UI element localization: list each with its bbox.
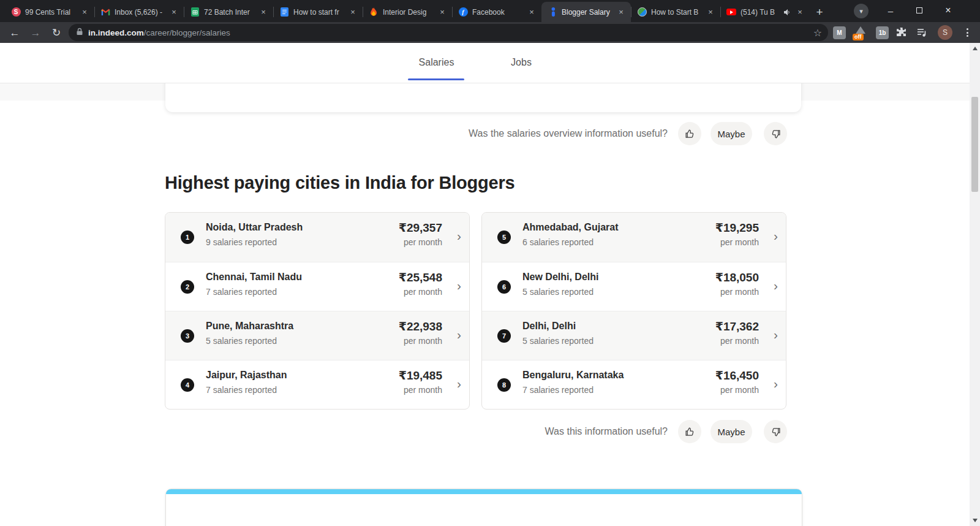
maximize-icon	[916, 7, 922, 13]
rank-badge: 2	[181, 280, 194, 294]
tab-title: Blogger Salary	[562, 8, 612, 17]
forward-button[interactable]: →	[27, 25, 44, 41]
salary-amount: ₹18,050	[715, 270, 759, 284]
reload-button[interactable]: ↻	[48, 25, 65, 41]
tab-close-icon[interactable]: ×	[80, 7, 89, 17]
tab-close-icon[interactable]: ×	[616, 7, 626, 17]
page-scrollbar[interactable]	[970, 43, 980, 526]
browser-tab[interactable]: 72 Batch Inter ×	[184, 2, 273, 22]
maybe-button[interactable]: Maybe	[710, 122, 752, 145]
tab-close-icon[interactable]: ×	[348, 7, 358, 17]
city-row[interactable]: 2 Chennai, Tamil Nadu 7 salaries reporte…	[165, 262, 469, 311]
city-row[interactable]: 4 Jaipur, Rajasthan 7 salaries reported …	[165, 360, 469, 409]
city-name: Chennai, Tamil Nadu	[206, 272, 302, 283]
tab-title: Inbox (5,626) -	[115, 8, 165, 17]
browser-tab[interactable]: (514) Tu B ×	[720, 2, 810, 22]
off-badge: off	[853, 34, 864, 40]
bookmark-star-icon[interactable]: ☆	[813, 27, 822, 39]
extension-1b-icon[interactable]: 1b	[876, 26, 889, 39]
browser-toolbar: ← → ↻ in.indeed.com/career/blogger/salar…	[0, 22, 980, 43]
salary-amount: ₹25,548	[399, 270, 442, 284]
tab-close-icon[interactable]: ×	[527, 7, 537, 17]
info-feedback-row: Was this information useful? Maybe	[545, 420, 787, 443]
tab-close-icon[interactable]: ×	[437, 7, 447, 17]
city-row[interactable]: 5 Ahmedabad, Gujarat 6 salaries reported…	[482, 213, 786, 262]
extension-mailtrack-icon[interactable]: M	[833, 26, 846, 39]
salary-period: per month	[720, 287, 759, 297]
salaries-reported: 7 salaries reported	[522, 385, 594, 395]
browser-chrome: S 99 Cents Trial × Inbox (5,626) - × 72 …	[0, 0, 980, 43]
next-section-card	[165, 489, 802, 526]
salary-period: per month	[720, 336, 759, 346]
playlist-extension-icon[interactable]	[917, 28, 927, 40]
city-name: Jaipur, Rajasthan	[206, 370, 287, 381]
city-row[interactable]: 8 Bengaluru, Karnataka 7 salaries report…	[482, 360, 786, 409]
browser-menu-icon[interactable]	[963, 27, 971, 38]
page-title: Highest paying cities in India for Blogg…	[165, 173, 515, 193]
highest-paying-cities-right: 5 Ahmedabad, Gujarat 6 salaries reported…	[481, 212, 786, 410]
browser-tab[interactable]: Interior Desig ×	[363, 2, 452, 22]
thumbs-down-button[interactable]	[764, 122, 787, 145]
scrollbar-thumb[interactable]	[971, 97, 978, 192]
browser-tab[interactable]: f Facebook ×	[452, 2, 541, 22]
extensions-puzzle-icon[interactable]	[896, 27, 907, 40]
thumbs-down-button[interactable]	[764, 420, 787, 443]
city-row[interactable]: 7 Delhi, Delhi 5 salaries reported ₹17,3…	[482, 311, 786, 360]
city-name: Pune, Maharashtra	[206, 321, 293, 332]
rank-badge: 5	[497, 231, 511, 244]
globe-icon	[637, 7, 647, 17]
tab-salaries[interactable]: Salaries	[401, 57, 472, 68]
window-minimize-button[interactable]: –	[877, 0, 904, 21]
thumbs-up-button[interactable]	[678, 122, 701, 145]
tab-close-icon[interactable]: ×	[258, 7, 268, 17]
tab-jobs[interactable]: Jobs	[499, 57, 543, 68]
salaries-jobs-tabbar: Salaries Jobs	[0, 43, 970, 83]
browser-tab[interactable]: S 99 Cents Trial ×	[5, 2, 94, 22]
sheets-icon	[190, 7, 200, 17]
browser-tab[interactable]: How to Start B ×	[631, 2, 720, 22]
browser-tab[interactable]: How to start fr ×	[273, 2, 363, 22]
city-name: Noida, Uttar Pradesh	[206, 222, 303, 233]
flame-icon	[369, 7, 379, 17]
tab-close-icon[interactable]: ×	[169, 7, 179, 17]
tab-audio-muted-icon[interactable]	[783, 9, 791, 16]
browser-tab[interactable]: Blogger Salary ×	[541, 2, 631, 22]
city-row[interactable]: 6 New Delhi, Delhi 5 salaries reported ₹…	[482, 262, 786, 311]
tab-close-icon[interactable]: ×	[795, 7, 805, 17]
rank-badge: 7	[497, 329, 511, 343]
salaries-reported: 6 salaries reported	[522, 237, 594, 247]
thumbs-up-button[interactable]	[678, 420, 701, 443]
highest-paying-cities-left: 1 Noida, Uttar Pradesh 9 salaries report…	[165, 212, 470, 410]
chevron-right-icon: ›	[774, 229, 778, 243]
feedback-question: Was the salaries overview information us…	[469, 128, 668, 139]
tab-search-button[interactable]: ▾	[854, 4, 869, 18]
chevron-right-icon: ›	[774, 327, 778, 342]
chevron-right-icon: ›	[774, 278, 778, 293]
tab-close-icon[interactable]: ×	[706, 7, 715, 17]
window-maximize-button[interactable]	[906, 0, 933, 21]
salary-period: per month	[404, 385, 442, 395]
profile-avatar[interactable]: S	[938, 25, 952, 40]
salaries-reported: 5 salaries reported	[206, 336, 277, 346]
selected-tab-underline	[408, 78, 464, 80]
card-accent-bar	[166, 489, 802, 494]
new-tab-button[interactable]: +	[812, 5, 827, 20]
scroll-down-arrow[interactable]	[970, 516, 980, 525]
extension-off-icon[interactable]: off	[854, 25, 867, 39]
salary-amount: ₹17,362	[715, 319, 759, 334]
city-name: New Delhi, Delhi	[522, 272, 598, 283]
address-bar[interactable]: in.indeed.com/career/blogger/salaries ☆	[69, 24, 828, 41]
chevron-right-icon: ›	[457, 327, 461, 342]
window-close-button[interactable]: ×	[935, 0, 962, 21]
salaries-reported: 7 salaries reported	[206, 287, 277, 297]
rank-badge: 1	[181, 231, 194, 244]
city-row[interactable]: 3 Pune, Maharashtra 5 salaries reported …	[165, 311, 469, 360]
salary-amount: ₹16,450	[715, 368, 759, 383]
browser-tab[interactable]: Inbox (5,626) - ×	[94, 2, 184, 22]
salary-period: per month	[404, 237, 442, 247]
youtube-icon	[726, 7, 736, 17]
back-button[interactable]: ←	[6, 25, 23, 41]
city-row[interactable]: 1 Noida, Uttar Pradesh 9 salaries report…	[165, 213, 469, 262]
maybe-button[interactable]: Maybe	[710, 420, 752, 443]
scroll-up-arrow[interactable]	[970, 44, 980, 53]
